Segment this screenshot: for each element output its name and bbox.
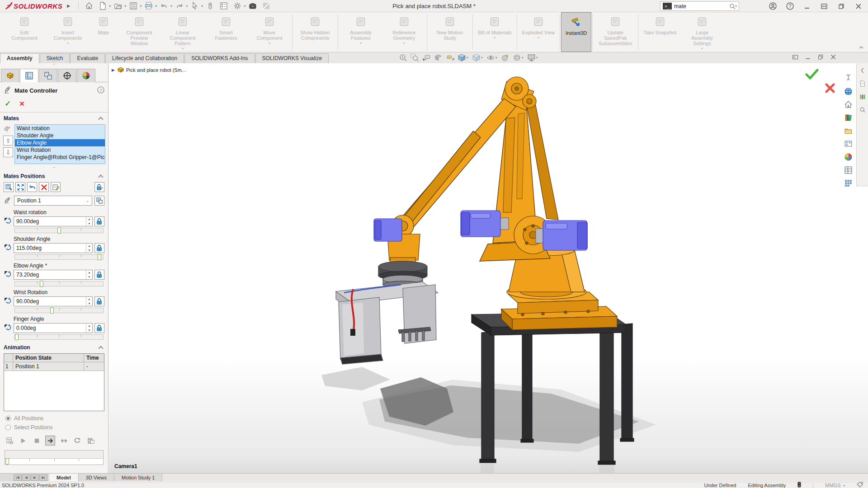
viewport-cancel-x-icon[interactable] [825,83,835,95]
value-spinner[interactable]: ▲▼ [86,217,92,226]
loop-button[interactable] [72,436,82,446]
dropdown-arrow-icon[interactable]: ▾ [67,41,69,45]
lock-angle-button[interactable] [94,296,104,306]
slider-thumb[interactable] [50,307,54,314]
lock-angle-button[interactable] [94,323,104,333]
performance-traffic-light-icon[interactable] [797,482,801,488]
angle-value-input[interactable]: 90.00deg▲▼ [14,216,93,226]
lock-angle-button[interactable] [94,243,104,253]
lock-all-button[interactable] [94,182,104,192]
dropdown-arrow-icon[interactable]: ▾ [701,47,703,51]
dropdown-arrow-icon[interactable]: ▾ [538,36,539,40]
graphics-viewport[interactable]: ▶ Pick and place robot (Sm... Camera1 [109,63,868,473]
search-box[interactable]: >_ mate ▾ [660,1,739,11]
design-library-icon[interactable] [844,113,853,124]
spinner-up-icon[interactable]: ▲ [86,297,92,301]
dropdown-arrow-icon[interactable]: ▾ [360,41,362,45]
panel-scroll-down-icon[interactable]: ⌄ [0,164,108,170]
angle-slider[interactable] [14,228,104,233]
panel-tab-propertymanager[interactable] [20,69,38,82]
tag-icon[interactable] [857,482,863,488]
user-account-icon[interactable] [765,1,780,12]
doc-tab-model[interactable]: Model [49,474,79,481]
collapse-taskpane-icon[interactable] [859,67,866,76]
save-animation-button[interactable] [86,436,96,446]
angle-value[interactable]: 115.00deg [14,245,86,251]
sync-positions-button[interactable] [15,182,25,192]
undo-dropdown-icon[interactable]: ▾ [170,4,172,8]
prev-tab-icon[interactable]: ◀ [22,474,30,481]
mate-list-item[interactable]: Elbow Angle [15,139,105,146]
zoom-fit-icon[interactable] [399,53,407,62]
angle-value[interactable]: 0.00deg [14,325,86,331]
home-icon[interactable] [844,100,853,111]
angle-value[interactable]: 90.00deg [14,218,86,225]
positions-section-header[interactable]: Mates Positions [0,170,108,181]
minimize-button[interactable] [799,1,815,12]
save-dropdown-icon[interactable]: ▾ [140,4,142,8]
help-icon[interactable]: ? [782,1,797,12]
expand-triangle-icon[interactable]: ▶ [112,68,115,72]
panel-tab-configuration-manager[interactable] [39,69,57,82]
apply-scene-icon[interactable]: ▾ [513,53,524,62]
home-icon[interactable] [83,1,95,11]
tab-evaluate[interactable]: Evaluate [70,53,105,63]
pin-rail-icon[interactable] [844,74,853,84]
save-icon[interactable] [127,1,139,11]
zoom-area-icon[interactable] [410,53,419,62]
tab-solidworks-visualize[interactable]: SOLIDWORKS Visualize [255,53,329,63]
edit-appearance-icon[interactable] [501,53,509,62]
view-settings-icon[interactable]: ▾ [527,53,538,62]
close-window-icon[interactable] [830,54,837,62]
tree-item-label[interactable]: Pick and place robot (Sm... [126,67,186,73]
view-palette-icon[interactable] [844,140,853,150]
panel-tab-dimxpert-manager[interactable] [58,69,76,82]
redo-icon[interactable] [174,1,185,11]
search-icon[interactable] [729,3,736,9]
search-input[interactable]: mate [674,3,729,9]
open-icon[interactable] [112,1,124,11]
mate-list-item[interactable]: Shoulder Angle [15,132,105,139]
close-button[interactable] [851,1,866,12]
restore-window-icon[interactable] [817,54,824,62]
hide-annotations-icon[interactable]: A [446,53,454,62]
animation-table[interactable]: Position StateTime1Position 1- [4,353,104,411]
cancel-x-icon[interactable]: ✕ [19,100,25,108]
dropdown-arrow-icon[interactable]: ▾ [403,41,405,45]
slider-thumb[interactable] [57,227,61,234]
value-spinner[interactable]: ▲▼ [86,244,92,253]
position-select[interactable]: Position 1 ⌄ [14,196,92,206]
spinner-up-icon[interactable]: ▲ [86,244,92,248]
ok-check-icon[interactable]: ✓ [5,99,11,108]
slider-thumb[interactable] [98,254,101,260]
edit-position-button[interactable] [51,182,61,192]
view-orientation-icon[interactable]: ▾ [458,53,469,62]
lock-angle-button[interactable] [94,216,104,226]
lock-angle-button[interactable] [94,270,104,280]
animation-bar-thumb[interactable] [5,458,9,465]
section-view-icon[interactable] [434,53,443,62]
angle-slider[interactable] [14,254,104,260]
ribbon-large-assembly-settings[interactable]: Large Assembly Settings▾ [680,12,724,52]
slider-thumb[interactable] [40,281,43,287]
mates-listbox[interactable]: Waist rotationShoulder AngleElbow AngleW… [14,124,105,164]
ribbon-show-hidden-components[interactable]: Show Hidden Components [293,12,337,52]
print-dropdown-icon[interactable]: ▾ [155,4,157,8]
ribbon-exploded-view[interactable]: Exploded View▾ [518,12,559,52]
first-tab-icon[interactable]: |◀ [14,474,22,481]
ribbon-mate[interactable]: Mate [90,12,118,52]
view-settings-dropdown-icon[interactable]: ▾ [536,56,538,60]
angle-value-input[interactable]: 73.20deg▲▼ [14,270,93,280]
angle-value[interactable]: 73.20deg [14,272,86,278]
design-library-small-icon[interactable] [859,93,866,102]
delete-position-button[interactable] [39,182,49,192]
ribbon-insert-components[interactable]: Insert Components▾ [46,12,90,52]
help-circle-icon[interactable]: ? [97,86,104,95]
spinner-down-icon[interactable]: ▼ [86,301,92,306]
last-tab-icon[interactable]: ▶| [39,474,47,481]
angle-value[interactable]: 90.00deg [14,298,86,305]
hide-show-items-dropdown-icon[interactable]: ▾ [495,56,497,60]
display-style-icon[interactable]: ▾ [472,53,483,62]
move-down-button[interactable]: ⇩ [3,147,13,157]
capture-region-icon[interactable] [260,1,272,11]
